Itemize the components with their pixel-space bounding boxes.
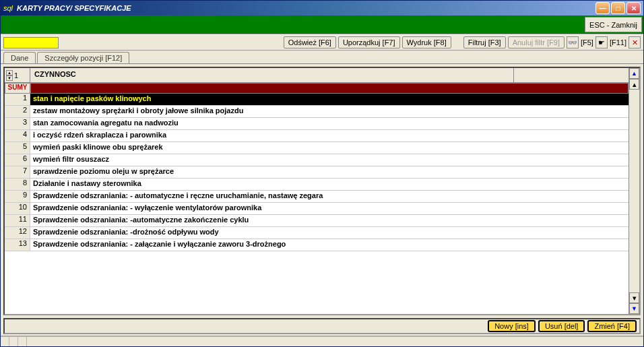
window-title: KARTY PRACY/ SPECYFIKACJE <box>15 4 594 12</box>
row-value: Sprawdzenie odszraniania: -drożność odpł… <box>30 227 629 239</box>
grid-body[interactable]: 1stan i napięcie pasków klinowych2zestaw… <box>5 94 629 314</box>
status-cell-3 <box>18 337 27 346</box>
f11-label: [F11] <box>610 38 626 46</box>
delete-button[interactable]: Usuń [del] <box>538 320 585 332</box>
row-number: 13 <box>5 239 30 251</box>
row-number: 5 <box>5 142 30 154</box>
filter-button[interactable]: Filtruj [F3] <box>463 36 506 49</box>
status-bar <box>1 336 643 346</box>
sumy-bar <box>30 83 629 94</box>
row-value: stan i napięcie pasków klinowych <box>30 94 629 105</box>
table-row[interactable]: 13Sprawdzenie odszraniania: - załączanie… <box>5 239 629 251</box>
glasses-icon[interactable]: 👓 <box>567 36 579 49</box>
minimize-button[interactable]: — <box>595 2 610 14</box>
f5-label: [F5] <box>581 38 593 46</box>
row-number: 4 <box>5 130 30 141</box>
spin-down-icon[interactable]: ▼ <box>6 75 13 81</box>
tab-szczegoly[interactable]: Szczegóły pozycji [F12] <box>37 52 129 63</box>
data-grid: ▲ ▼ 1 CZYNNOSC SUMY 1stan i napięcie pas… <box>3 67 641 315</box>
tab-dane[interactable]: Dane <box>3 52 36 63</box>
row-value: Sprawdzenie odszraniania: - załączanie i… <box>30 239 629 251</box>
status-cell-2 <box>9 337 18 346</box>
row-value: Sprawdzenie odszraniania: -automatyczne … <box>30 215 629 226</box>
titlebar: sql KARTY PRACY/ SPECYFIKACJE — □ ✕ <box>1 1 643 15</box>
row-number: 10 <box>5 203 30 214</box>
row-number: 1 <box>5 94 30 105</box>
bottom-action-bar: Nowy [ins] Usuń [del] Zmień [F4] <box>3 318 641 334</box>
row-value: zestaw montażowy sprężarki i obroty jało… <box>30 106 629 117</box>
scroll-track[interactable] <box>629 90 639 292</box>
esc-close-button[interactable]: ESC - Zamknij <box>585 17 642 32</box>
table-row[interactable]: 5wymień paski klinowe obu sprężarek <box>5 142 629 154</box>
row-value: i oczyść rdzeń skraplacza i parownika <box>30 130 629 141</box>
row-number: 7 <box>5 166 30 178</box>
row-value: stan zamocowania agregatu na nadwoziu <box>30 118 629 129</box>
row-number: 6 <box>5 154 30 166</box>
table-row[interactable]: 1stan i napięcie pasków klinowych <box>5 94 629 106</box>
maximize-button[interactable]: □ <box>611 2 625 14</box>
status-cell-1 <box>1 337 9 346</box>
scroll-eject-icon[interactable]: ▲ <box>629 68 639 79</box>
refresh-button[interactable]: Odśwież [F6] <box>284 36 336 49</box>
edit-button[interactable]: Zmień [F4] <box>587 320 637 332</box>
vertical-scrollbar[interactable]: ▲ ▴ ▾ ▼ <box>629 68 639 314</box>
row-number: 9 <box>5 191 30 202</box>
grid-header: ▲ ▼ 1 CZYNNOSC <box>5 68 629 83</box>
table-row[interactable]: 12Sprawdzenie odszraniania: -drożność od… <box>5 227 629 239</box>
sumy-row: SUMY <box>5 83 629 94</box>
row-number: 3 <box>5 118 30 129</box>
new-button[interactable]: Nowy [ins] <box>488 320 536 332</box>
column-empty <box>514 68 629 82</box>
toolbar: Odśwież [F6] Uporządkuj [F7] Wydruk [F8]… <box>1 34 643 51</box>
row-value: Sprawdzenie odszraniania: - wyłączenie w… <box>30 203 629 214</box>
scroll-down-icon[interactable]: ▾ <box>629 292 639 303</box>
row-number: 11 <box>5 215 30 226</box>
yellow-input-box[interactable] <box>3 37 59 49</box>
row-number-header: ▲ ▼ 1 <box>5 68 30 82</box>
row-number: 12 <box>5 227 30 239</box>
hand-icon[interactable]: ☛ <box>595 36 608 49</box>
spin-up-icon[interactable]: ▲ <box>6 70 13 75</box>
table-row[interactable]: 10Sprawdzenie odszraniania: - wyłączenie… <box>5 203 629 215</box>
table-row[interactable]: 9Sprawdzenie odszraniania: - automatyczn… <box>5 191 629 203</box>
row-value: sprawdzenie poziomu oleju w sprężarce <box>30 166 629 178</box>
green-header-bar: ESC - Zamknij <box>1 15 643 34</box>
sort-button[interactable]: Uporządkuj [F7] <box>338 36 400 49</box>
spin-value: 1 <box>14 71 18 80</box>
tab-strip: Dane Szczegóły pozycji [F12] <box>1 51 643 64</box>
column-czynnosc[interactable]: CZYNNOSC <box>30 68 514 82</box>
table-row[interactable]: 8Działanie i nastawy sterownika <box>5 179 629 191</box>
row-value: Sprawdzenie odszraniania: - automatyczne… <box>30 191 629 202</box>
close-button[interactable]: ✕ <box>626 2 641 14</box>
print-button[interactable]: Wydruk [F8] <box>402 36 451 49</box>
row-number: 8 <box>5 179 30 190</box>
scroll-eject-down-icon[interactable]: ▼ <box>629 303 639 314</box>
cancel-filter-button[interactable]: Anuluj filtr [F9] <box>508 36 565 49</box>
sumy-label: SUMY <box>5 83 30 94</box>
row-value: wymień filtr osuszacz <box>30 154 629 166</box>
row-value: wymień paski klinowe obu sprężarek <box>30 142 629 154</box>
table-row[interactable]: 3stan zamocowania agregatu na nadwoziu <box>5 118 629 130</box>
row-value: Działanie i nastawy sterownika <box>30 179 629 190</box>
table-row[interactable]: 11Sprawdzenie odszraniania: -automatyczn… <box>5 215 629 227</box>
title-prefix: sql <box>3 4 13 12</box>
scroll-up-icon[interactable]: ▴ <box>629 79 639 90</box>
table-row[interactable]: 4i oczyść rdzeń skraplacza i parownika <box>5 130 629 142</box>
app-window: sql KARTY PRACY/ SPECYFIKACJE — □ ✕ ESC … <box>0 0 644 347</box>
row-number: 2 <box>5 106 30 117</box>
table-row[interactable]: 2zestaw montażowy sprężarki i obroty jał… <box>5 106 629 118</box>
table-row[interactable]: 7sprawdzenie poziomu oleju w sprężarce <box>5 166 629 179</box>
table-row[interactable]: 6wymień filtr osuszacz <box>5 154 629 166</box>
tool-icon[interactable]: ✕ <box>629 36 641 49</box>
